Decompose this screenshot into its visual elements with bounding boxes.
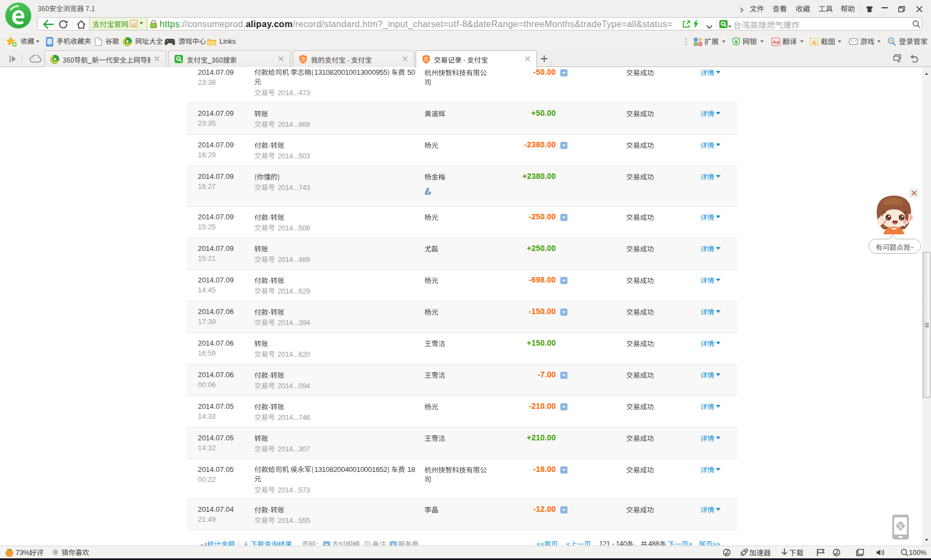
svg-text:Aa: Aa (773, 39, 780, 45)
